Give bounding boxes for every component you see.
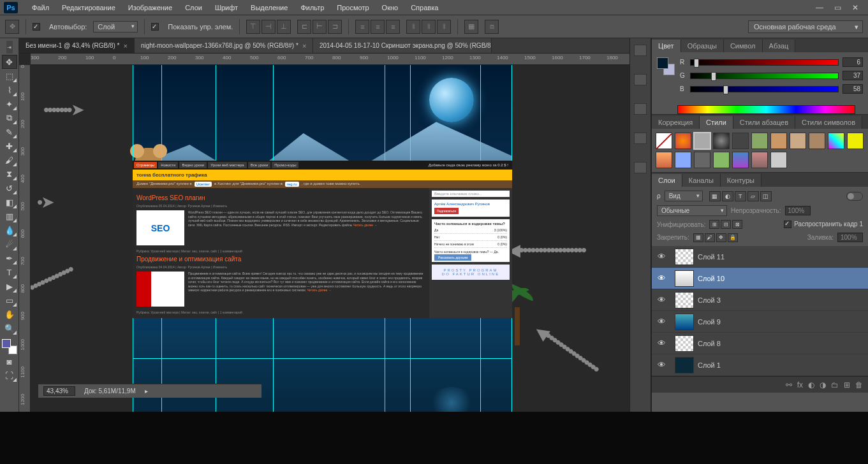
- layer-row[interactable]: 👁Слой 8: [652, 333, 868, 354]
- dist-top-icon[interactable]: ≡: [355, 20, 369, 34]
- tab-adjustments[interactable]: Коррекция: [652, 116, 700, 129]
- align-right-icon[interactable]: ⊐: [328, 20, 342, 34]
- filter-smart-icon[interactable]: ◫: [760, 191, 772, 201]
- visibility-icon[interactable]: 👁: [652, 360, 671, 370]
- layer-thumb[interactable]: [675, 270, 694, 287]
- g-slider[interactable]: [690, 73, 839, 79]
- tab-color[interactable]: Цвет: [652, 40, 681, 52]
- document-tab[interactable]: night-moon-wallpaper-1366x768.jpg @ 50% …: [135, 38, 313, 53]
- tab-paragraph[interactable]: Абзац: [763, 40, 796, 52]
- layer-row[interactable]: 👁Слой 11: [652, 246, 868, 268]
- layer-row[interactable]: 👁Слой 1: [652, 354, 868, 376]
- crop-tool[interactable]: ⧉: [2, 111, 17, 125]
- minimize-button[interactable]: —: [811, 1, 828, 14]
- style-none[interactable]: [656, 133, 672, 149]
- adjustment-icon[interactable]: ◑: [820, 381, 826, 389]
- lock-pos-icon[interactable]: ✥: [716, 233, 726, 242]
- document-tab[interactable]: 2014-04-05 18-17-10 Скриншот экрана.png …: [313, 38, 492, 53]
- new-layer-icon[interactable]: ⊞: [844, 381, 850, 389]
- blur-tool[interactable]: 💧: [2, 223, 17, 237]
- lock-all-icon[interactable]: 🔒: [728, 233, 738, 242]
- unify-pos-icon[interactable]: ⊞: [709, 220, 719, 229]
- unify-vis-icon[interactable]: ⊟: [721, 220, 731, 229]
- blend-mode-dropdown[interactable]: Обычные: [657, 205, 727, 216]
- ruler-horizontal[interactable]: 3002001000100200300400500600700800900100…: [31, 54, 629, 65]
- filter-shape-icon[interactable]: ▱: [747, 191, 759, 201]
- menu-image[interactable]: Изображение: [122, 1, 179, 14]
- zoom-field[interactable]: 43,43%: [43, 386, 75, 396]
- b-slider[interactable]: [690, 86, 839, 92]
- layer-thumb[interactable]: [675, 249, 694, 265]
- screenmode-tool[interactable]: ⛶: [2, 368, 17, 382]
- menu-type[interactable]: Шрифт: [209, 1, 244, 14]
- brush-panel-icon[interactable]: [634, 162, 647, 173]
- b-value[interactable]: 58: [842, 84, 863, 94]
- layer-row[interactable]: 👁Слой 3: [652, 289, 868, 311]
- dist-hcenter-icon[interactable]: ⦀: [422, 20, 436, 34]
- tab-character[interactable]: Символ: [724, 40, 763, 52]
- propagate-checkbox[interactable]: [784, 221, 791, 228]
- color-swatches[interactable]: [2, 339, 17, 354]
- 3d-mode-icon[interactable]: ⧈: [485, 20, 499, 34]
- style-swatch[interactable]: [694, 152, 710, 168]
- layer-thumb[interactable]: [675, 357, 694, 373]
- layer-name[interactable]: Слой 3: [698, 296, 868, 304]
- style-swatch[interactable]: [847, 133, 864, 149]
- dist-vcenter-icon[interactable]: ≡: [371, 20, 385, 34]
- tab-para-styles[interactable]: Стили абзацев: [733, 116, 795, 129]
- document-tab[interactable]: Без имени-1 @ 43,4% (RGB/8) *×: [19, 38, 135, 53]
- hand-tool[interactable]: ✋: [2, 307, 17, 321]
- dist-left-icon[interactable]: ⦀: [406, 20, 420, 34]
- style-swatch[interactable]: [790, 133, 806, 149]
- autoselect-dropdown[interactable]: Слой: [93, 21, 138, 33]
- visibility-icon[interactable]: 👁: [652, 338, 671, 348]
- align-left-icon[interactable]: ⊏: [297, 20, 311, 34]
- style-swatch[interactable]: [675, 133, 691, 149]
- eraser-tool[interactable]: ◧: [2, 195, 17, 209]
- style-swatch[interactable]: [751, 133, 768, 149]
- tab-paths[interactable]: Контуры: [721, 174, 761, 187]
- ruler-vertical[interactable]: 0100200300400500600700800900100011001200…: [19, 65, 31, 450]
- tab-char-styles[interactable]: Стили символов: [795, 116, 862, 129]
- toolbox-toggle[interactable]: ⇥: [6, 41, 13, 54]
- auto-align-icon[interactable]: ▦: [464, 20, 478, 34]
- filter-type-icon[interactable]: T: [735, 191, 746, 201]
- layer-name[interactable]: Слой 9: [698, 318, 868, 326]
- move-tool[interactable]: ✥: [2, 55, 17, 69]
- menu-view[interactable]: Просмотр: [330, 1, 375, 14]
- move-tool-icon[interactable]: ✥: [5, 20, 19, 34]
- autoselect-checkbox[interactable]: [33, 23, 40, 31]
- g-value[interactable]: 37: [842, 71, 863, 80]
- status-menu-icon[interactable]: ▸: [145, 388, 148, 395]
- menu-help[interactable]: Справка: [404, 1, 445, 14]
- lock-pixel-icon[interactable]: 🖌: [705, 233, 715, 242]
- align-vcenter-icon[interactable]: ⊣: [261, 20, 276, 34]
- eyedropper-tool[interactable]: ✎: [2, 125, 17, 139]
- align-top-icon[interactable]: ⊤: [246, 20, 260, 34]
- r-value[interactable]: 6: [842, 57, 863, 67]
- link-layers-icon[interactable]: ⚯: [786, 381, 792, 389]
- close-icon[interactable]: ×: [302, 42, 306, 50]
- style-swatch[interactable]: [713, 152, 730, 168]
- history-brush-tool[interactable]: ↺: [2, 181, 17, 195]
- style-swatch[interactable]: [751, 152, 768, 168]
- properties-panel-icon[interactable]: [634, 103, 647, 115]
- gradient-tool[interactable]: ▥: [2, 209, 17, 223]
- style-swatch[interactable]: [732, 133, 749, 149]
- type-tool[interactable]: T: [2, 265, 17, 279]
- maximize-button[interactable]: ▭: [828, 1, 846, 14]
- visibility-icon[interactable]: 👁: [652, 273, 671, 283]
- lasso-tool[interactable]: ⌇: [2, 83, 17, 97]
- layer-row[interactable]: 👁Слой 9: [652, 311, 868, 333]
- shape-tool[interactable]: ▭: [2, 293, 17, 307]
- visibility-icon[interactable]: 👁: [652, 252, 671, 261]
- menu-window[interactable]: Окно: [376, 1, 405, 14]
- actions-panel-icon[interactable]: [634, 74, 647, 85]
- layer-kind-dropdown[interactable]: Вид: [665, 191, 703, 201]
- style-swatch[interactable]: [770, 133, 787, 149]
- style-swatch[interactable]: [809, 133, 825, 149]
- pen-tool[interactable]: ✒: [2, 251, 17, 265]
- tab-swatches[interactable]: Образцы: [681, 40, 724, 52]
- close-icon[interactable]: ×: [123, 42, 127, 50]
- tab-channels[interactable]: Каналы: [682, 174, 721, 187]
